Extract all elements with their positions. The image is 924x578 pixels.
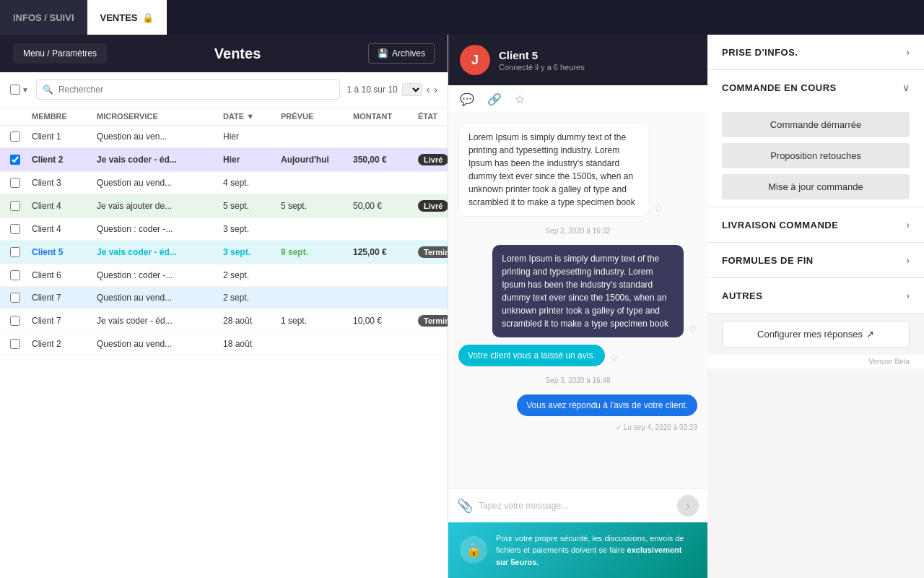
commande-buttons: Commande démarrée Proposition retouches … — [707, 105, 924, 207]
dropdown-arrow[interactable]: ▼ — [22, 86, 29, 94]
star-icon[interactable]: ☆ — [609, 352, 619, 363]
th-microservice: MICROSERVICE — [97, 112, 223, 121]
message-input[interactable] — [479, 501, 671, 511]
table-row[interactable]: Client 6 Question : coder -... 2 sept. — [0, 264, 448, 287]
pagination-text: 1 à 10 sur 10 — [347, 85, 398, 95]
section-commande-cours-header[interactable]: COMMANDE EN COURS ∨ — [707, 70, 924, 105]
td-microservice: Question au vend... — [97, 178, 223, 188]
attachment-icon[interactable]: 📎 — [457, 498, 473, 514]
external-link-icon: ↗ — [866, 329, 874, 340]
search-icon: 🔍 — [43, 85, 53, 95]
td-membre: Client 5 — [32, 247, 97, 257]
archives-button[interactable]: 💾 Archives — [368, 43, 435, 64]
select-all-checkbox[interactable] — [10, 85, 20, 95]
link-icon[interactable]: 🔗 — [487, 92, 502, 106]
table-row[interactable]: Client 1 Question au ven... Hier — [0, 126, 448, 148]
row-checkbox[interactable] — [10, 178, 20, 188]
chat-icons-row: 💬 🔗 ☆ — [448, 85, 707, 114]
chat-user-name: Client 5 — [499, 49, 585, 61]
message-icon[interactable]: 💬 — [460, 92, 474, 106]
row-checkbox[interactable] — [10, 131, 20, 142]
next-page-button[interactable]: › — [434, 84, 437, 95]
send-button[interactable]: › — [677, 495, 699, 517]
row-checkbox[interactable] — [10, 247, 20, 257]
configure-responses-button[interactable]: Configurer mes réponses ↗ — [722, 321, 910, 348]
review-row: Votre client vous a laissé un avis. ☆ — [458, 345, 697, 366]
td-date: 4 sept. — [223, 178, 281, 188]
main-container: Menu / Paramètres Ventes 💾 Archives ▼ 🔍 … — [0, 35, 924, 578]
section-autres-header[interactable]: AUTRES › — [707, 278, 924, 313]
message-bubble-sent: Lorem Ipsum is simply dummy text of the … — [492, 245, 684, 337]
search-input[interactable] — [36, 79, 340, 100]
per-page-select[interactable] — [402, 83, 422, 96]
th-prevue: PRÉVUE — [281, 112, 353, 121]
row-checkbox[interactable] — [10, 224, 20, 234]
table-header: MEMBRE MICROSERVICE DATE ▼ PRÉVUE MONTAN… — [0, 108, 448, 126]
td-microservice: Je vais coder - éd... — [97, 316, 223, 326]
message-row: Lorem Ipsum is simply dummy text of the … — [458, 123, 697, 217]
table-row[interactable]: Client 4 Question : coder -... 3 sept. — [0, 218, 448, 241]
row-checkbox[interactable] — [10, 293, 20, 303]
td-microservice: Question : coder -... — [97, 270, 223, 280]
left-header: Menu / Paramètres Ventes 💾 Archives — [0, 35, 448, 72]
table-row[interactable]: Client 3 Question au vend... 4 sept. — [0, 172, 448, 194]
td-date: 3 sept. — [223, 247, 281, 257]
th-checkbox — [10, 112, 32, 121]
section-formules-fin-header[interactable]: FORMULES DE FIN › — [707, 243, 924, 277]
mise-a-jour-commande-button[interactable]: Mise à jour commande — [722, 174, 910, 199]
right-panel: PRISE D'INFOS. › COMMANDE EN COURS ∨ Com… — [707, 35, 924, 578]
td-membre: Client 2 — [32, 155, 97, 165]
review-reply-message: Vous avez répondu à l'avis de votre clie… — [517, 394, 697, 416]
chat-user-info: Client 5 Connecté il y a 6 heures — [499, 49, 585, 72]
row-checkbox[interactable] — [10, 339, 20, 349]
left-title: Ventes — [214, 46, 261, 62]
td-montant: 350,00 € — [353, 155, 418, 165]
td-membre: Client 4 — [32, 201, 97, 211]
status-badge: Terminé — [418, 246, 448, 258]
table-row[interactable]: Client 7 Je vais coder - éd... 28 août 1… — [0, 309, 448, 333]
table-row[interactable]: Client 2 Je vais coder - éd... Hier Aujo… — [0, 148, 448, 172]
row-checkbox[interactable] — [10, 316, 20, 326]
status-badge: Livré — [418, 154, 448, 165]
td-montant: 10,00 € — [353, 316, 418, 326]
td-date: Hier — [223, 155, 281, 165]
section-formules-fin: FORMULES DE FIN › — [707, 243, 924, 278]
tab-ventes-label: VENTES — [100, 12, 138, 23]
commande-demarree-button[interactable]: Commande démarrée — [722, 112, 910, 137]
row-checkbox[interactable] — [10, 201, 20, 211]
td-etat: Terminé — [418, 246, 448, 258]
section-prise-infos: PRISE D'INFOS. › — [707, 35, 924, 70]
table-row[interactable]: Client 7 Question au vend... 2 sept. — [0, 287, 448, 309]
td-etat: Livré — [418, 200, 448, 212]
message-row-sent: ☆ Lorem Ipsum is simply dummy text of th… — [458, 245, 697, 337]
td-microservice: Question : coder -... — [97, 224, 223, 234]
row-checkbox[interactable] — [10, 155, 20, 165]
td-microservice: Question au vend... — [97, 293, 223, 303]
security-banner: 🔒 Pour votre propre sécurité, les discus… — [448, 522, 707, 579]
table-row[interactable]: Client 5 Je vais coder - éd... 3 sept. 9… — [0, 241, 448, 264]
tab-infos[interactable]: INFOS / SUIVI — [0, 0, 87, 35]
td-microservice: Question au ven... — [97, 131, 223, 142]
menu-button[interactable]: Menu / Paramètres — [13, 43, 107, 64]
row-checkbox[interactable] — [10, 270, 20, 280]
message-row-sent: Vous avez répondu à l'avis de votre clie… — [458, 394, 697, 416]
section-prise-infos-header[interactable]: PRISE D'INFOS. › — [707, 35, 924, 69]
td-etat: Terminé — [418, 315, 448, 327]
star-icon[interactable]: ☆ — [688, 323, 697, 335]
archive-icon: 💾 — [378, 48, 388, 59]
td-prevue: Aujourd'hui — [281, 155, 353, 165]
star-outline-icon[interactable]: ☆ — [515, 92, 525, 106]
td-etat: Livré — [418, 154, 448, 165]
prev-page-button[interactable]: ‹ — [427, 84, 430, 95]
table-row[interactable]: Client 4 Je vais ajouter de... 5 sept. 5… — [0, 194, 448, 218]
th-montant: MONTANT — [353, 112, 418, 121]
section-autres: AUTRES › — [707, 278, 924, 314]
chevron-right-icon: › — [906, 254, 910, 266]
table-row[interactable]: Client 2 Question au vend... 18 août — [0, 333, 448, 355]
section-livraison-title: LIVRAISON COMMANDE — [722, 220, 838, 230]
td-membre: Client 7 — [32, 293, 97, 303]
section-livraison-header[interactable]: LIVRAISON COMMANDE › — [707, 207, 924, 242]
proposition-retouches-button[interactable]: Proposition retouches — [722, 143, 910, 168]
star-icon[interactable]: ☆ — [654, 202, 663, 214]
tab-ventes[interactable]: VENTES 🔒 — [87, 0, 167, 35]
